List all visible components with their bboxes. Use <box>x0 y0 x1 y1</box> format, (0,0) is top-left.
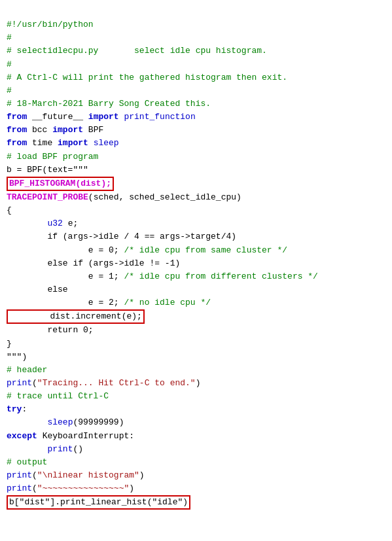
code-token: import <box>88 112 119 122</box>
code-line: try: <box>7 403 385 416</box>
code-token: sleep <box>47 417 73 427</box>
code-token: () <box>73 444 83 454</box>
code-line: # A Ctrl-C will print the gathered histo… <box>7 71 385 84</box>
code-token: : <box>129 431 134 441</box>
code-line: } <box>7 338 385 351</box>
code-token: e = 0; <box>7 245 124 255</box>
code-token: # <box>7 60 12 69</box>
code-token: ) <box>129 483 134 493</box>
code-token: TRACEPOINT_PROBE <box>7 192 88 202</box>
code-line: # selectidlecpu.py select idle cpu histo… <box>7 44 385 58</box>
code-token: except <box>7 431 37 441</box>
code-token: e = 1; <box>7 271 124 281</box>
code-token: : <box>22 404 27 414</box>
code-line: return 0; <box>7 324 385 337</box>
code-line: if (args->idle / 4 == args->target/4) <box>7 230 385 243</box>
code-line: # trace until Ctrl-C <box>7 390 385 403</box>
code-token: # output <box>7 457 47 467</box>
code-token <box>88 138 94 148</box>
code-token: bcc <box>27 125 52 135</box>
code-line: b = BPF(text=""" <box>7 164 385 177</box>
code-line: # header <box>7 364 385 377</box>
code-line: sleep(99999999) <box>7 416 385 429</box>
code-line: # <box>7 84 385 97</box>
code-line: # <box>7 31 385 44</box>
code-token: { <box>7 205 12 215</box>
code-line: e = 0; /* idle cpu from same cluster */ <box>7 244 385 257</box>
code-token: import <box>58 138 88 148</box>
code-token: BPF <box>83 125 103 135</box>
code-token: KeyboardInterrupt <box>43 431 130 441</box>
code-line: else <box>7 283 385 296</box>
code-token: print <box>47 444 73 454</box>
code-line: u32 e; <box>7 217 385 230</box>
code-token: # load BPF program <box>7 152 98 162</box>
code-token: if (args->idle / 4 == args->target/4) <box>7 232 236 241</box>
code-token: return 0; <box>7 325 94 335</box>
code-token: import <box>52 125 83 135</box>
code-line: { <box>7 204 385 217</box>
code-line: # <box>7 58 385 71</box>
code-token: (sched, sched_select_idle_cpu) <box>88 192 241 202</box>
code-token: ) <box>196 378 201 388</box>
code-token: /* idle cpu from different clusters */ <box>124 271 317 281</box>
code-line: b["dist"].print_linear_hist("idle") <box>7 495 385 510</box>
code-line: TRACEPOINT_PROBE(sched, sched_select_idl… <box>7 191 385 204</box>
code-token: u32 <box>47 218 62 228</box>
code-token: # trace until Ctrl-C <box>7 391 109 401</box>
code-token: from <box>7 138 27 148</box>
code-token <box>7 444 47 454</box>
code-line: # load BPF program <box>7 150 385 164</box>
code-token: e; <box>63 218 78 228</box>
code-line: print("~~~~~~~~~~~~~~~~") <box>7 482 385 495</box>
code-token: print <box>7 483 32 493</box>
code-token: ( <box>32 470 37 480</box>
code-token: from <box>7 125 27 135</box>
code-line: """) <box>7 351 385 364</box>
code-token: } <box>7 339 12 349</box>
code-token: # 18-March-2021 Barry Song Created this. <box>7 99 211 109</box>
code-block: #!/usr/bin/python## selectidlecpu.py sel… <box>0 0 392 515</box>
code-token <box>7 218 47 228</box>
code-line: dist.increment(e); <box>7 309 385 324</box>
code-token: try <box>7 404 22 414</box>
code-token: print_function <box>124 112 195 122</box>
code-line: except KeyboardInterrupt: <box>7 430 385 443</box>
code-token: time <box>27 138 58 148</box>
code-token <box>7 417 47 427</box>
code-token: "~~~~~~~~~~~~~~~~" <box>37 483 129 493</box>
code-line: from __future__ import print_function <box>7 111 385 124</box>
code-token: b = BPF(text=""" <box>7 165 88 175</box>
code-token: #!/usr/bin/python <box>7 20 94 29</box>
code-token: "\nlinear histogram" <box>37 470 139 480</box>
code-line: e = 1; /* idle cpu from different cluste… <box>7 270 385 283</box>
code-line: # output <box>7 456 385 469</box>
code-token: ( <box>32 483 37 493</box>
code-token: e = 2; <box>7 298 124 307</box>
code-token: print <box>7 378 32 388</box>
code-token: (99999999) <box>73 417 124 427</box>
highlighted-code: b["dist"].print_linear_hist("idle") <box>7 495 190 510</box>
code-token: __future__ <box>27 112 88 122</box>
code-line: #!/usr/bin/python <box>7 18 385 31</box>
code-token: sleep <box>94 138 119 148</box>
code-token: "Tracing... Hit Ctrl-C to end." <box>37 378 196 388</box>
code-token: # A Ctrl-C will print the gathered histo… <box>7 73 287 82</box>
code-token: else <box>7 285 68 294</box>
highlighted-code: dist.increment(e); <box>7 309 145 324</box>
code-token: # <box>7 33 12 43</box>
code-line: print() <box>7 443 385 456</box>
code-token: # <box>7 86 12 96</box>
code-token: # selectidlecpu.py select idle cpu histo… <box>7 46 267 56</box>
code-token: /* no idle cpu */ <box>124 298 211 307</box>
code-line: from bcc import BPF <box>7 124 385 137</box>
highlighted-code: BPF_HISTOGRAM(dist); <box>7 177 114 191</box>
code-token: else if (args->idle != -1) <box>7 258 180 268</box>
code-line: from time import sleep <box>7 137 385 150</box>
code-token: # header <box>7 365 47 375</box>
code-token: /* idle cpu from same cluster */ <box>124 245 287 255</box>
code-line: BPF_HISTOGRAM(dist); <box>7 177 385 191</box>
code-token: ) <box>139 470 145 480</box>
code-token <box>37 431 43 441</box>
code-token: ( <box>32 378 37 388</box>
